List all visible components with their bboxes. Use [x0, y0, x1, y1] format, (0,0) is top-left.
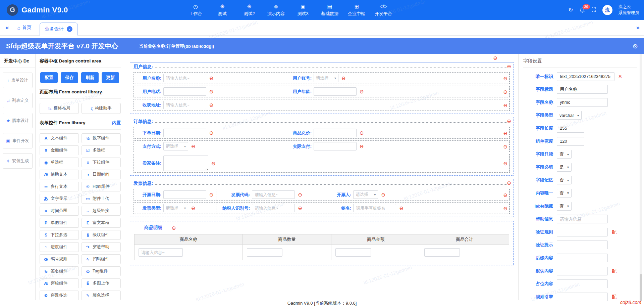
component-25[interactable]: Ê多图上传 [82, 278, 121, 288]
settings-input[interactable] [557, 85, 608, 94]
remove-field-icon[interactable]: ⊖ [381, 192, 385, 197]
settings-input[interactable] [557, 215, 608, 223]
nav-item-6[interactable]: ⊞企业中枢 [347, 3, 366, 17]
dev-item-2[interactable]: ★脚本设计 [3, 113, 33, 128]
settings-scrollbar-track[interactable] [640, 54, 642, 300]
settings-select[interactable]: 是▾ [557, 163, 572, 172]
remove-group-icon[interactable]: ⊖ [507, 64, 511, 69]
refresh-icon[interactable]: ↻ [568, 7, 573, 13]
dev-item-3[interactable]: ▣事件开发 [3, 133, 33, 148]
field-select[interactable]: 请选择▾ [314, 74, 338, 82]
component-24[interactable]: Æ穿梭组件 [40, 278, 79, 288]
field-input[interactable] [252, 190, 295, 199]
design-button-2[interactable]: 刷新 [81, 72, 99, 83]
field-input[interactable] [314, 142, 357, 150]
remove-field-icon[interactable]: ⊖ [209, 102, 214, 107]
component-11[interactable]: ⊷附件上传 [82, 194, 121, 204]
remove-container-icon[interactable]: ⊖ [493, 55, 497, 60]
remove-row-icon[interactable]: ⊖ [503, 89, 507, 94]
field-select[interactable]: 请选择▾ [353, 190, 378, 199]
settings-select[interactable]: 否▾ [557, 202, 572, 211]
layout-button-1[interactable]: ς构建助手 [82, 103, 121, 114]
detail-cell-input[interactable] [139, 248, 183, 257]
settings-config-link[interactable]: S [619, 74, 622, 79]
component-2[interactable]: ¥金额组件 [40, 145, 79, 155]
remove-field-icon[interactable]: ⊖ [209, 76, 214, 81]
remove-group-icon[interactable]: ⊖ [507, 119, 511, 124]
settings-select[interactable]: varchar▾ [557, 111, 582, 120]
settings-input[interactable] [557, 228, 608, 236]
field-input[interactable] [163, 74, 206, 82]
remove-group-icon[interactable]: ⊖ [507, 180, 511, 185]
component-26[interactable]: Ð穿透多选 [40, 291, 79, 300]
field-input[interactable] [163, 190, 206, 199]
remove-field-icon[interactable]: ⊖ [209, 130, 214, 135]
component-8[interactable]: ═多行文本 [40, 182, 79, 191]
settings-input[interactable] [557, 72, 614, 81]
user-info[interactable]: 流之云 系统管理员 [619, 4, 640, 16]
component-10[interactable]: あ文字显示 [40, 194, 79, 204]
close-page-icon[interactable]: ⊗ [633, 42, 638, 50]
expand-tabs-icon[interactable]: » [636, 24, 639, 31]
detail-cell-input[interactable] [335, 248, 371, 257]
settings-input[interactable] [557, 241, 608, 249]
settings-input[interactable] [557, 98, 608, 107]
component-12[interactable]: ≈时间范围 [40, 206, 79, 216]
settings-select[interactable]: 否▾ [557, 189, 572, 198]
settings-select[interactable]: 否▾ [557, 176, 572, 184]
dev-item-4[interactable]: ✳安装生成 [3, 153, 33, 169]
detail-cell-input[interactable] [247, 248, 282, 257]
component-17[interactable]: §级联组件 [82, 230, 121, 240]
nav-item-5[interactable]: ▤基础数据 [321, 3, 339, 17]
component-9[interactable]: ©Html组件 [82, 182, 121, 191]
field-textarea[interactable] [163, 156, 208, 171]
field-input[interactable] [252, 204, 295, 212]
component-5[interactable]: ≡下拉组件 [82, 158, 121, 167]
remove-row-icon[interactable]: ⊖ [503, 206, 507, 211]
component-14[interactable]: P单图组件 [40, 218, 79, 228]
settings-config-link[interactable]: 配 [612, 294, 616, 300]
component-19[interactable]: ↷穿透帮助 [82, 242, 121, 252]
remove-row-icon[interactable]: ⊖ [503, 192, 507, 197]
remove-field-icon[interactable]: ⊖ [360, 130, 364, 135]
component-18[interactable]: ~进度组件 [40, 242, 79, 252]
component-22[interactable]: ⋟签名组件 [40, 266, 79, 276]
nav-item-4[interactable]: ◉测试3 [294, 3, 312, 17]
settings-input[interactable] [557, 279, 608, 288]
close-tab-icon[interactable]: × [67, 26, 72, 32]
settings-config-link[interactable]: 配 [612, 268, 616, 274]
notifications-button[interactable]: 39 [579, 7, 585, 13]
settings-input[interactable] [557, 267, 608, 275]
remove-field-icon[interactable]: ⊖ [211, 161, 216, 166]
remove-row-icon[interactable]: ⊖ [503, 130, 507, 135]
remove-field-icon[interactable]: ⊖ [360, 89, 364, 94]
design-button-3[interactable]: 更新 [102, 72, 119, 83]
field-select[interactable]: 请选择▾ [163, 142, 188, 150]
collapse-tabs-icon[interactable]: « [5, 24, 8, 31]
detail-cell-input[interactable] [424, 248, 460, 257]
component-20[interactable]: œ编号规则 [40, 254, 79, 264]
remove-field-icon[interactable]: ⊖ [298, 192, 302, 197]
remove-field-icon[interactable]: ⊖ [298, 206, 302, 211]
field-input[interactable] [314, 87, 357, 96]
nav-item-1[interactable]: ✳测试 [213, 3, 231, 17]
field-select[interactable]: 请选择▾ [163, 204, 188, 212]
tab-business-design[interactable]: 业务设计 × [40, 23, 78, 36]
remove-row-icon[interactable]: ⊖ [503, 144, 507, 149]
nav-item-7[interactable]: </>开发平台 [374, 3, 392, 17]
settings-config-link[interactable]: 配 [612, 229, 616, 235]
field-input[interactable] [163, 87, 206, 96]
dev-item-1[interactable]: ♫列表定义 [3, 93, 33, 108]
built-in-link[interactable]: 内置 [112, 116, 121, 130]
remove-field-icon[interactable]: ⊖ [191, 206, 196, 211]
remove-field-icon[interactable]: ⊖ [209, 192, 214, 197]
component-13[interactable]: ↔超级链接 [82, 206, 121, 216]
footer-site-link[interactable]: cojz8.com [620, 300, 641, 305]
component-7[interactable]: ◑日期时间 [82, 170, 121, 179]
settings-input[interactable] [557, 124, 584, 133]
remove-field-icon[interactable]: ⊖ [191, 144, 196, 149]
remove-row-icon[interactable]: ⊖ [503, 161, 507, 166]
component-4[interactable]: ◉单选框 [40, 158, 79, 167]
component-21[interactable]: ∿扫码组件 [82, 254, 121, 264]
field-input[interactable] [163, 129, 206, 137]
